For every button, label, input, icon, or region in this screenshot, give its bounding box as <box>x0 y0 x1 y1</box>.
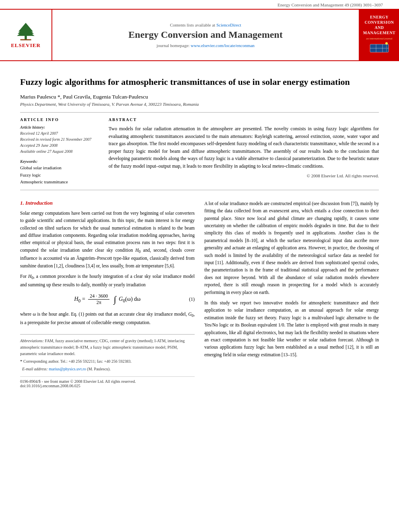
science-direct-link[interactable]: ScienceDirect <box>216 23 241 27</box>
svg-point-9 <box>385 42 388 45</box>
cover-box: ENERGYConversionandManagement an interna… <box>362 13 397 57</box>
body-right-column: A lot of solar irradiance models are con… <box>204 200 379 388</box>
history-item-3: Available online 27 August 2008 <box>20 148 101 154</box>
abbreviations-footnote: Abbreviations: FAM, fuzzy associative me… <box>20 338 195 357</box>
integral-sign: ∫ <box>114 294 116 304</box>
keywords-section: Keywords: Global solar irradiation Fuzzy… <box>20 159 101 186</box>
body-left-column: 1. Introduction Solar energy computation… <box>20 200 195 388</box>
page: Energy Conversion and Management 49 (200… <box>0 0 399 532</box>
abstract-title: ABSTRACT <box>109 117 379 122</box>
article-info-title: ARTICLE INFO <box>20 117 101 122</box>
footnotes-area: Abbreviations: FAM, fuzzy associative me… <box>20 334 195 372</box>
section1-heading: 1. Introduction <box>20 200 195 206</box>
journal-title: Energy Conversion and Management <box>128 29 282 41</box>
article-info-row: ARTICLE INFO Article history: Received 1… <box>20 117 379 186</box>
homepage-link[interactable]: www.elsevier.com/locate/enconman <box>191 43 255 48</box>
article-history: Article history: Received 12 April 2007 … <box>20 125 101 154</box>
journal-reference: Energy Conversion and Management 49 (200… <box>0 0 399 7</box>
email-footnote: E-mail address: marius@physics.uvt.ro (M… <box>20 366 195 372</box>
journal-title-area: Contents lists available at ScienceDirec… <box>52 10 359 60</box>
keyword-0: Global solar irradiation <box>20 164 101 172</box>
abbrev-label: Abbreviations: <box>20 339 44 343</box>
body-columns: 1. Introduction Solar energy computation… <box>20 200 379 388</box>
body-para-3: where ω is the hour angle. Eq. (1) point… <box>20 310 195 326</box>
journal-header-bar: ELSEVIER Contents lists available at Sci… <box>0 9 399 61</box>
body-para-1: Solar energy computations have been carr… <box>20 210 195 269</box>
history-item-2: Accepted 29 June 2008 <box>20 142 101 148</box>
star-icon: * <box>20 359 23 364</box>
affiliation: Physics Department, West University of T… <box>20 102 379 107</box>
formula-numerator: 24 · 3600 <box>88 293 109 300</box>
elsevier-tree-icon <box>14 21 38 41</box>
right-para-1: A lot of solar irradiance models are con… <box>204 200 379 296</box>
article-info-left: ARTICLE INFO Article history: Received 1… <box>20 117 101 186</box>
history-label: Article history: <box>20 125 101 129</box>
keywords-label: Keywords: <box>20 159 101 164</box>
main-content: Fuzzy logic algorithms for atmospheric t… <box>0 61 399 396</box>
solar-panel-icon <box>369 42 389 54</box>
journal-cover-image: ENERGYConversionandManagement an interna… <box>359 10 399 60</box>
history-item-0: Received 12 April 2007 <box>20 130 101 136</box>
divider-top <box>20 112 379 113</box>
divider-bottom <box>20 190 379 190</box>
history-item-1: Received in revised form 21 November 200… <box>20 136 101 142</box>
body-para-2: For H0, a common procedure is the hourly… <box>20 273 195 288</box>
elsevier-logo: ELSEVIER <box>11 21 41 49</box>
copyright-bottom: 0196-8904/$ - see front matter © 2008 El… <box>20 379 195 384</box>
svg-rect-4 <box>20 39 31 41</box>
science-direct-line: Contents lists available at ScienceDirec… <box>170 23 241 27</box>
abstract-section: ABSTRACT Two models for solar radiation … <box>109 117 379 186</box>
corresponding-author-footnote: * Corresponding author. Tel.: +40 256 59… <box>20 358 195 365</box>
elsevier-logo-area: ELSEVIER <box>0 10 52 60</box>
email-link[interactable]: marius@physics.uvt.ro <box>49 367 86 371</box>
journal-homepage: journal homepage: www.elsevier.com/locat… <box>156 43 255 48</box>
abstract-text: Two models for solar radiation attenuati… <box>109 125 379 170</box>
keyword-2: Atmospheric transmittance <box>20 179 101 186</box>
article-title: Fuzzy logic algorithms for atmospheric t… <box>20 76 379 88</box>
formula-1: H0 = 24 · 3600 2π ∫ G0(ω) dω (1) <box>20 293 195 306</box>
formula-denominator: 2π <box>95 300 103 306</box>
abstract-copyright: © 2008 Elsevier Ltd. All rights reserved… <box>109 173 379 178</box>
formula-content: H0 = 24 · 3600 2π ∫ G0(ω) dω <box>74 293 140 306</box>
formula-number: (1) <box>189 296 195 302</box>
doi-area: 0196-8904/$ - see front matter © 2008 El… <box>20 376 195 388</box>
article-title-section: Fuzzy logic algorithms for atmospheric t… <box>20 76 379 107</box>
authors: Marius Paulescu *, Paul Gravila, Eugenia… <box>20 94 379 100</box>
keyword-1: Fuzzy logic <box>20 172 101 179</box>
formula-fraction: 24 · 3600 2π <box>88 293 109 306</box>
doi: doi:10.1016/j.enconman.2008.06.025 <box>20 384 195 388</box>
right-para-2: In this study we report two innovative m… <box>204 299 379 358</box>
